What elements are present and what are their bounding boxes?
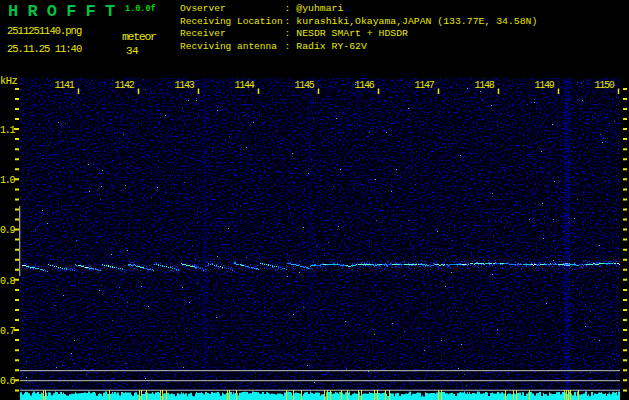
svg-text:1147: 1147 [415, 80, 435, 91]
svg-text:kHz: kHz [0, 75, 18, 87]
svg-text:2511251140.png: 2511251140.png [7, 25, 82, 37]
svg-text:: @yuhmari: : @yuhmari [285, 3, 344, 14]
svg-text:Ovserver: Ovserver [180, 3, 226, 14]
svg-text:1146: 1146 [355, 80, 375, 91]
svg-text:0.8: 0.8 [0, 276, 16, 287]
svg-text:1148: 1148 [475, 80, 495, 91]
svg-text:1142: 1142 [115, 80, 135, 91]
svg-text:1145: 1145 [295, 80, 315, 91]
svg-text:0.9: 0.9 [0, 225, 16, 236]
svg-text:1150: 1150 [595, 80, 615, 91]
svg-text:Receiving Location: Receiving Location [180, 16, 283, 27]
svg-text:: Radix RY-62V: : Radix RY-62V [285, 41, 367, 52]
svg-text:1141: 1141 [55, 80, 75, 91]
svg-text:Receiver: Receiver [180, 28, 226, 39]
svg-text:1144: 1144 [235, 80, 255, 91]
svg-text:25.11.25 11:40: 25.11.25 11:40 [7, 43, 82, 55]
svg-text:1149: 1149 [535, 80, 555, 91]
svg-text:: kurashiki,Okayama,JAPAN (133: : kurashiki,Okayama,JAPAN (133.77E, 34.5… [285, 16, 538, 27]
svg-text:0.7: 0.7 [0, 326, 16, 337]
svg-text:1.1: 1.1 [0, 125, 16, 136]
svg-text:Recviving antenna: Recviving antenna [180, 41, 277, 52]
svg-text:: NESDR SMArt + HDSDR: : NESDR SMArt + HDSDR [285, 28, 409, 39]
svg-text:34: 34 [126, 45, 139, 57]
svg-text:1.0: 1.0 [0, 175, 16, 186]
svg-text:1143: 1143 [175, 80, 195, 91]
svg-text:meteor: meteor [122, 30, 156, 43]
svg-text:HROFFT: HROFFT [8, 2, 124, 21]
svg-text:0.6: 0.6 [0, 376, 16, 387]
svg-text:1.0.0f: 1.0.0f [125, 4, 156, 14]
